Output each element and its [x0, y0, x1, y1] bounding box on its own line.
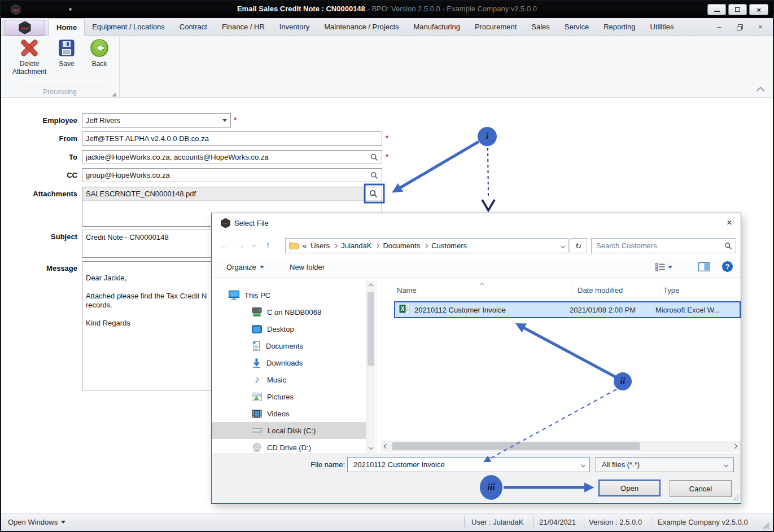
- application-menu-button[interactable]: [5, 20, 45, 36]
- refresh-button[interactable]: ↻: [570, 238, 587, 253]
- tab-contract[interactable]: Contract: [172, 18, 215, 36]
- file-row-selected[interactable]: X 20210112 Customer Invoice 2021/01/08 2…: [394, 301, 741, 318]
- sidebar-item-label: Local Disk (C:): [268, 427, 316, 435]
- tab-service[interactable]: Service: [557, 18, 596, 36]
- tab-inventory[interactable]: Inventory: [272, 18, 317, 36]
- from-field[interactable]: Jeff@TEST ALPHA v2.4.0.0 DB.co.za: [82, 131, 382, 146]
- scrollbar-thumb[interactable]: [392, 442, 640, 450]
- scroll-up-icon[interactable]: [369, 284, 373, 288]
- scroll-down-icon[interactable]: [369, 445, 373, 450]
- new-folder-button[interactable]: New folder: [290, 263, 325, 271]
- nav-history-chevron-icon[interactable]: [252, 243, 256, 247]
- sidebar-item-c-on-nbdb0068[interactable]: C on NBDB0068: [212, 304, 366, 320]
- organize-menu[interactable]: Organize: [226, 263, 264, 271]
- back-button[interactable]: Back: [84, 38, 115, 68]
- breadcrumb-julandak[interactable]: JulandaK: [341, 241, 371, 250]
- collapse-ribbon-icon[interactable]: [756, 86, 765, 94]
- dialog-resize-grip[interactable]: [732, 494, 738, 503]
- maximize-button[interactable]: [728, 4, 747, 15]
- search-input[interactable]: [595, 241, 724, 250]
- to-field[interactable]: jackie@HopeWorks.co.za; accounts@HopeWor…: [82, 150, 382, 164]
- address-bar[interactable]: « Users JulandaK Documents Customers: [285, 238, 569, 253]
- tab-equipment-locations[interactable]: Equipment / Locations: [85, 18, 172, 36]
- sidebar-item-downloads[interactable]: Downloads: [212, 354, 366, 371]
- scroll-right-icon[interactable]: [733, 444, 737, 449]
- attachment-search-button[interactable]: [365, 187, 382, 200]
- open-windows-label: Open Windows: [8, 518, 58, 526]
- tab-reporting[interactable]: Reporting: [596, 18, 642, 36]
- breadcrumb-users[interactable]: Users: [311, 241, 330, 250]
- cc-field[interactable]: group@HopeWorks.co.za: [82, 168, 382, 182]
- minimize-button[interactable]: [707, 4, 726, 15]
- employee-combobox[interactable]: Jeff Rivers: [82, 113, 231, 127]
- sidebar-item-desktop[interactable]: Desktop: [212, 320, 366, 337]
- tab-manufacturing[interactable]: Manufacturing: [406, 18, 467, 36]
- search-field[interactable]: [591, 238, 736, 253]
- sidebar-item-local-disk-c[interactable]: Local Disk (C:): [212, 422, 366, 439]
- file-type-dropdown[interactable]: All files (*.*): [596, 457, 734, 472]
- breadcrumb-overflow[interactable]: «: [303, 241, 307, 250]
- ribbon-minimize-icon[interactable]: –: [717, 23, 721, 31]
- sidebar-item-music[interactable]: ♪ Music: [212, 371, 366, 388]
- tab-sales[interactable]: Sales: [524, 18, 557, 36]
- file-name-combobox[interactable]: [347, 457, 590, 472]
- file-list-scrollbar[interactable]: [381, 441, 741, 452]
- chevron-down-icon[interactable]: [581, 462, 585, 467]
- search-icon[interactable]: [370, 172, 378, 179]
- column-divider[interactable]: [659, 283, 659, 297]
- dialog-title: Select File: [234, 219, 269, 227]
- attachment-row[interactable]: SALESCRNOTE_CN0000148.pdf: [82, 187, 382, 201]
- attachments-label: Attachments: [1, 190, 77, 198]
- sidebar-item-label: This PC: [244, 291, 270, 300]
- title-bar: ▾ Email Sales Credit Note : CN0000148 - …: [1, 1, 773, 18]
- delete-attachment-button[interactable]: Delete Attachment: [8, 38, 51, 76]
- scrollbar-thumb[interactable]: [368, 292, 374, 366]
- file-name-input[interactable]: [352, 460, 581, 469]
- column-header-date-modified[interactable]: Date modified: [578, 286, 623, 294]
- back-label: Back: [78, 60, 121, 68]
- tab-finance-hr[interactable]: Finance / HR: [215, 18, 272, 36]
- open-button[interactable]: Open: [598, 480, 661, 496]
- sidebar-item-pictures[interactable]: Pictures: [212, 388, 366, 405]
- group-dialog-launcher-icon[interactable]: [112, 93, 116, 96]
- annotation-dashed-i: [488, 148, 488, 198]
- close-button[interactable]: ×: [749, 4, 768, 15]
- breadcrumb-customers[interactable]: Customers: [431, 241, 467, 250]
- search-icon[interactable]: [370, 153, 378, 161]
- from-label: From: [1, 134, 77, 143]
- sidebar-item-documents[interactable]: Documents: [212, 337, 366, 354]
- cancel-button[interactable]: Cancel: [670, 480, 732, 497]
- open-windows-menu[interactable]: Open Windows: [8, 518, 65, 526]
- ribbon-close-icon[interactable]: ×: [758, 23, 763, 31]
- sidebar-item-cd-drive-d[interactable]: CD Drive (D:): [212, 439, 366, 453]
- change-view-button[interactable]: [655, 263, 672, 271]
- nav-forward-icon[interactable]: →: [237, 240, 245, 250]
- sidebar-item-videos[interactable]: Videos: [212, 405, 366, 422]
- sidebar-item-this-pc[interactable]: This PC: [212, 287, 366, 304]
- scroll-left-icon[interactable]: [384, 444, 388, 449]
- preview-pane-button[interactable]: [698, 262, 710, 273]
- nav-back-icon[interactable]: ←: [220, 240, 228, 250]
- column-divider[interactable]: [572, 283, 572, 297]
- chevron-down-icon[interactable]: [222, 119, 227, 122]
- dialog-close-icon[interactable]: ×: [721, 217, 737, 229]
- tab-utilities[interactable]: Utilities: [643, 18, 681, 36]
- annotation-arrow-i: [398, 142, 479, 189]
- window-resize-grip[interactable]: [762, 522, 769, 531]
- breadcrumb-documents[interactable]: Documents: [383, 241, 420, 250]
- sidebar-scrollbar[interactable]: [366, 281, 375, 453]
- tab-procurement[interactable]: Procurement: [467, 18, 524, 36]
- message-label: Message: [1, 264, 77, 272]
- address-dropdown-icon[interactable]: [561, 243, 565, 248]
- ribbon-tabs: Home Equipment / Locations Contract Fina…: [49, 18, 681, 36]
- help-button[interactable]: ?: [722, 261, 733, 272]
- column-header-name[interactable]: Name: [397, 286, 417, 294]
- to-required-marker: *: [386, 152, 388, 161]
- tab-maintenance-projects[interactable]: Maintenance / Projects: [317, 18, 406, 36]
- status-version: Version : 2.5.0.0: [589, 518, 642, 526]
- nav-up-icon[interactable]: ↑: [266, 240, 270, 249]
- help-icon: ?: [725, 262, 730, 271]
- column-header-type[interactable]: Type: [663, 286, 679, 294]
- tab-home[interactable]: Home: [49, 18, 85, 36]
- status-divider: [653, 516, 653, 527]
